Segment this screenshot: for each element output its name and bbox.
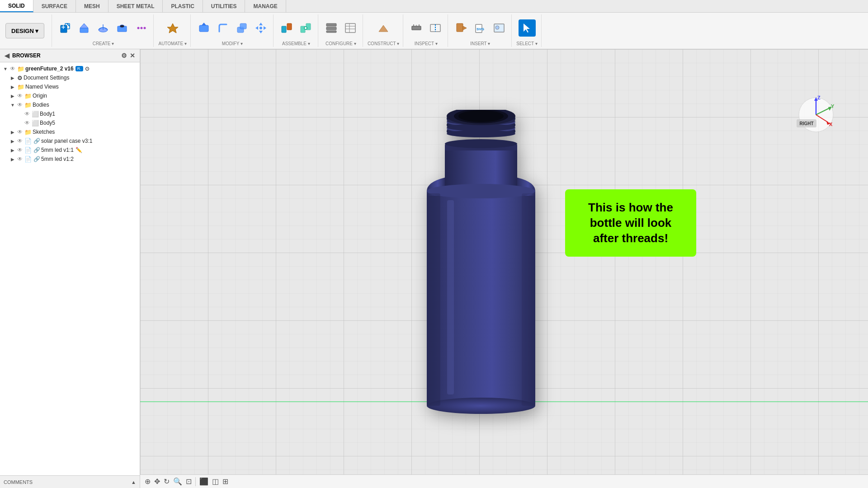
expand-doc-settings-icon[interactable]: ▶ [9,74,16,81]
sidebar-settings-icon[interactable]: ⚙ [121,52,127,59]
visibility-body5-icon[interactable]: 👁 [24,120,30,126]
tab-manage[interactable]: MANAGE [245,0,286,12]
svg-rect-73 [447,200,454,394]
solar-panel-label: solar panel case v3:1 [41,138,92,144]
select-group: SELECT ▾ [513,14,542,47]
more-create-icon[interactable] [132,19,150,37]
svg-point-9 [120,25,124,28]
inspect-label: INSPECT ▾ [415,41,438,46]
design-label: DESIGN ▾ [11,28,38,34]
svg-rect-29 [326,31,336,33]
visibility-root-icon[interactable]: 👁 [10,66,15,72]
svg-point-61 [447,130,515,137]
expand-sketches-icon[interactable]: ▶ [9,128,16,136]
body5-icon: ⬜ [32,120,39,127]
render-mode-icon[interactable]: ◫ [212,477,219,486]
insert-canvas-icon[interactable] [491,19,508,37]
inspect-group: INSPECT ▾ [404,14,448,47]
visibility-led-v2-icon[interactable]: 👁 [17,156,23,162]
visibility-bodies-icon[interactable]: 👁 [17,102,23,108]
expand-solar-panel-icon[interactable]: ▶ [9,137,16,145]
visibility-led-v1-icon[interactable]: 👁 [17,147,23,153]
toolbar: SOLID SURFACE MESH SHEET METAL PLASTIC U… [0,0,868,49]
viewport[interactable]: This is how the bottle will look after t… [140,49,868,488]
svg-rect-30 [345,23,355,33]
insert-svg-icon[interactable]: SVG [472,19,489,37]
new-component-icon[interactable] [57,19,74,37]
tree-item-body1[interactable]: 👁 ⬜ Body1 [0,109,140,118]
sidebar-close-icon[interactable]: ✕ [130,52,135,59]
svg-point-70 [458,110,504,122]
combine-icon[interactable] [233,19,250,37]
measure-icon[interactable] [408,19,425,37]
expand-led-v1-icon[interactable]: ▶ [9,146,16,154]
tree-item-bodies[interactable]: ▼ 👁 📁 Bodies [0,100,140,109]
orbit-icon[interactable]: ↻ [164,477,170,486]
expand-root-icon[interactable]: ▼ [2,65,9,72]
tree-item-named-views[interactable]: ▶ 📁 Named Views [0,82,140,91]
expand-led-v2-icon[interactable]: ▶ [9,155,16,163]
zoom-extent-icon[interactable]: ⊡ [186,477,192,486]
comments-expand-icon[interactable]: ▲ [131,479,136,485]
automate-icon[interactable] [164,19,181,37]
expand-body1-icon [16,110,24,117]
pan-icon[interactable]: ✥ [154,477,160,486]
visibility-solar-panel-icon[interactable]: 👁 [17,138,23,144]
tree-item-root[interactable]: ▼ 👁 📁 greenFuture_2 v16 R. ⊙ [0,64,140,73]
joint-origin-icon[interactable] [297,19,314,37]
tree-item-origin[interactable]: ▶ 👁 📁 Origin [0,91,140,100]
visibility-sketches-icon[interactable]: 👁 [17,129,23,135]
bottle-3d-model [404,110,558,428]
root-label: greenFuture_2 v16 [25,66,74,72]
hole-icon[interactable] [113,19,131,37]
collapse-sidebar-icon[interactable]: ◀ [5,52,9,59]
zoom-icon[interactable]: 🔍 [173,477,182,486]
fillet-icon[interactable] [214,19,231,37]
press-pull-icon[interactable] [195,19,212,37]
sidebar-header: ◀ BROWSER ⚙ ✕ [0,49,140,62]
tree-item-led-v2[interactable]: ▶ 👁 📄 🔗 5mm led v1:2 [0,155,140,164]
design-dropdown-button[interactable]: DESIGN ▾ [5,23,44,38]
extrude-icon[interactable] [75,19,93,37]
sidebar-bottom: COMMENTS ▲ [0,475,140,488]
root-badge2: ⊙ [85,66,90,72]
select-icon[interactable] [519,19,536,37]
display-settings-icon[interactable]: ⊞ [222,477,228,486]
tab-utilities[interactable]: UTILITIES [203,0,245,12]
svg-rect-41 [457,23,463,32]
expand-named-views-icon[interactable]: ▶ [9,83,16,90]
main-area: ◀ BROWSER ⚙ ✕ ▼ 👁 📁 greenFuture_2 v16 R.… [0,49,868,488]
tree-item-sketches[interactable]: ▶ 👁 📁 Sketches [0,127,140,136]
tree-item-doc-settings[interactable]: ▶ ⚙ Document Settings [0,73,140,82]
visibility-origin-icon[interactable]: 👁 [17,93,23,99]
table-icon[interactable] [342,19,359,37]
tab-solid[interactable]: SOLID [0,0,33,12]
tree-item-led-v1[interactable]: ▶ 👁 📄 🔗 5mm led v1:1 ✏️ [0,145,140,155]
tree-item-solar-panel[interactable]: ▶ 👁 📄 🔗 solar panel case v3:1 [0,136,140,145]
configure-icon[interactable] [323,19,340,37]
expand-bodies-icon[interactable]: ▼ [9,101,16,108]
pencil-led-v1-icon: ✏️ [75,147,82,153]
joint-icon[interactable] [278,19,295,37]
tab-plastic[interactable]: PLASTIC [163,0,203,12]
insert-derive-icon[interactable] [453,19,470,37]
link-solar-panel-icon: 🔗 [33,138,40,144]
tree-item-body5[interactable]: 👁 ⬜ Body5 [0,118,140,127]
tab-sheet-metal[interactable]: SHEET METAL [108,0,163,12]
expand-origin-icon[interactable]: ▶ [9,92,16,99]
view-cube-icon[interactable]: ⬛ [199,477,208,486]
configure-label: CONFIGURE ▾ [326,41,356,46]
tab-surface[interactable]: SURFACE [33,0,76,12]
origin-icon: 📁 [24,93,32,99]
viewport-bottom-bar: ⊕ ✥ ↻ 🔍 ⊡ ⬛ ◫ ⊞ [140,474,868,488]
snap-icon[interactable]: ⊕ [145,477,151,486]
svg-rect-28 [326,27,336,30]
move-icon[interactable] [252,19,269,37]
section-analysis-icon[interactable] [427,19,444,37]
root-badge: R. [75,66,83,71]
tab-mesh[interactable]: MESH [76,0,108,12]
revolve-icon[interactable] [94,19,112,37]
plane-icon[interactable] [375,19,392,37]
create-label: CREATE ▾ [93,41,114,46]
visibility-body1-icon[interactable]: 👁 [24,111,30,117]
